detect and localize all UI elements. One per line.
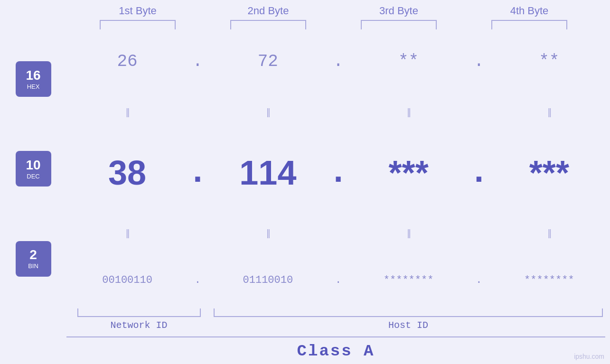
- class-label: Class A: [297, 342, 375, 360]
- byte-label-2: 2nd Byte: [203, 5, 334, 20]
- bracket-cell-3: [334, 20, 464, 29]
- bottom-brackets: [66, 308, 605, 317]
- bin-b3-value: ********: [384, 274, 434, 286]
- main-container: 1st Byte 2nd Byte 3rd Byte 4th Byte 16 H…: [0, 0, 610, 364]
- bin-badge-number: 2: [29, 248, 37, 262]
- eq1-b3: ||: [348, 107, 469, 118]
- dec-b4-cell: ***: [488, 153, 610, 192]
- hex-b3-value: **: [398, 52, 419, 71]
- dec-data-row: 38 . 114 . *** . ***: [66, 153, 610, 192]
- dec-dot-3: .: [469, 153, 488, 192]
- class-bracket-line: [66, 336, 605, 337]
- byte-label-4: 4th Byte: [464, 5, 595, 20]
- top-bracket-2: [230, 20, 306, 29]
- bin-dot-3: .: [469, 274, 488, 286]
- eq2-b3: ||: [348, 228, 469, 239]
- hex-b3-cell: **: [348, 52, 469, 71]
- hex-dot-2: .: [329, 52, 348, 71]
- hex-badge-label: HEX: [27, 83, 40, 90]
- hex-b1-cell: 26: [66, 52, 188, 71]
- byte-label-1: 1st Byte: [73, 5, 203, 20]
- hex-b4-value: **: [539, 52, 559, 71]
- hex-data-row: 26 . 72 . ** . **: [66, 52, 610, 71]
- bin-b4-value: ********: [524, 274, 574, 286]
- byte-labels-row: 1st Byte 2nd Byte 3rd Byte 4th Byte: [73, 5, 595, 20]
- bottom-labels: Network ID Host ID: [66, 320, 605, 331]
- bin-b2-cell: 01110010: [207, 274, 328, 286]
- bin-b3-cell: ********: [348, 274, 469, 286]
- hex-dot-1: .: [188, 52, 207, 71]
- network-id-label: Network ID: [110, 320, 167, 331]
- eq2-b2: ||: [207, 228, 328, 239]
- watermark: ipshu.com: [574, 353, 604, 360]
- eq1-b4: ||: [488, 107, 610, 118]
- byte-label-3: 3rd Byte: [334, 5, 464, 20]
- content-area: 16 HEX 10 DEC 2 BIN 26 .: [0, 29, 610, 308]
- hex-b2-cell: 72: [207, 52, 328, 71]
- host-id-label-wrap: Host ID: [211, 320, 605, 331]
- hex-badge: 16 HEX: [16, 61, 51, 97]
- hex-badge-number: 16: [26, 68, 40, 83]
- top-bracket-1: [100, 20, 176, 29]
- eq1-b2: ||: [207, 107, 328, 118]
- bin-badge-label: BIN: [28, 262, 38, 270]
- dec-badge-number: 10: [26, 158, 40, 173]
- bottom-section: Network ID Host ID Class A: [0, 308, 610, 364]
- bracket-cell-1: [73, 20, 203, 29]
- host-bracket-wrap: [211, 308, 605, 317]
- network-id-label-wrap: Network ID: [66, 320, 211, 331]
- dec-b3-value: ***: [389, 153, 429, 192]
- bin-b2-value: 01110010: [243, 274, 293, 286]
- class-section: Class A: [66, 336, 605, 360]
- class-label-row: Class A: [66, 342, 605, 360]
- bracket-cell-4: [464, 20, 595, 29]
- bin-b4-cell: ********: [488, 274, 610, 286]
- equals-row-2: || || || ||: [66, 228, 610, 239]
- top-brackets-row: [73, 20, 595, 29]
- bin-badge: 2 BIN: [16, 241, 51, 277]
- dec-b3-cell: ***: [348, 153, 469, 192]
- hex-b2-value: 72: [258, 52, 278, 71]
- dec-b2-value: 114: [239, 153, 296, 192]
- dec-badge: 10 DEC: [16, 151, 51, 187]
- eq1-b1: ||: [66, 107, 188, 118]
- host-id-label: Host ID: [388, 320, 428, 331]
- bin-b1-value: 00100110: [102, 274, 152, 286]
- top-bracket-4: [491, 20, 567, 29]
- eq2-b1: ||: [66, 228, 188, 239]
- top-bracket-3: [361, 20, 437, 29]
- badges-column: 16 HEX 10 DEC 2 BIN: [0, 29, 66, 308]
- dec-badge-label: DEC: [27, 173, 39, 180]
- dec-b1-value: 38: [108, 153, 146, 192]
- bracket-cell-2: [203, 20, 334, 29]
- hex-b4-cell: **: [488, 52, 610, 71]
- network-bracket-wrap: [66, 308, 211, 317]
- dec-b4-value: ***: [529, 153, 569, 192]
- bin-b1-cell: 00100110: [66, 274, 188, 286]
- equals-row-1: || || || ||: [66, 107, 610, 118]
- bin-dot-1: .: [188, 274, 207, 286]
- bin-dot-2: .: [329, 274, 348, 286]
- dec-dot-2: .: [329, 153, 348, 192]
- dec-b1-cell: 38: [66, 153, 188, 192]
- dec-b2-cell: 114: [207, 153, 328, 192]
- network-id-bracket: [77, 308, 201, 317]
- bin-data-row: 00100110 . 01110010 . ******** .: [66, 274, 610, 286]
- data-rows-column: 26 . 72 . ** . **: [66, 29, 610, 308]
- host-id-bracket: [214, 308, 603, 317]
- hex-b1-value: 26: [117, 52, 138, 71]
- dec-dot-1: .: [188, 153, 207, 192]
- hex-dot-3: .: [469, 52, 488, 71]
- eq2-b4: ||: [488, 228, 610, 239]
